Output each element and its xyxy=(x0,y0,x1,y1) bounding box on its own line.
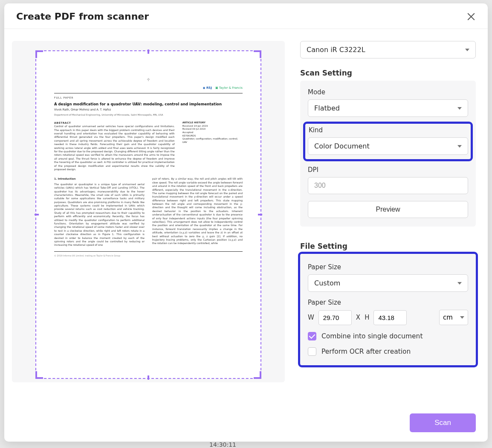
papersize-select-value: Custom xyxy=(314,279,340,287)
mode-label: Mode xyxy=(308,88,468,96)
scan-setting-panel: Mode Flatbed Kind Color Document DPI xyxy=(300,81,476,227)
combine-row: Combine into single document xyxy=(308,332,468,340)
crop-tick-top[interactable] xyxy=(148,49,149,54)
file-setting-heading: File Setting xyxy=(300,242,476,250)
society-logo-icon: ◉ RSJ xyxy=(203,86,212,90)
ocr-row: Perform OCR after creation xyxy=(308,347,468,356)
ocr-checkbox[interactable] xyxy=(308,347,316,356)
kind-group: Kind Color Document xyxy=(305,124,471,159)
doc-col2: pair of rotors. By a similar way, the ro… xyxy=(152,177,243,247)
dpi-group: DPI xyxy=(308,166,468,194)
preview-button[interactable]: Preview xyxy=(308,201,468,218)
file-setting-panel: Paper Size Custom Paper Size W X H xyxy=(300,254,476,365)
crop-frame[interactable]: ♱ ◉ RSJ ▣ Taylor & Francis FULL PAPER A … xyxy=(35,50,261,379)
doc-journal: FULL PAPER xyxy=(54,96,243,99)
create-pdf-dialog: Create PDF from scanner ♱ ◉ RSJ ▣ Taylor… xyxy=(4,3,488,442)
papersize-select[interactable]: Custom xyxy=(308,274,468,292)
kind-label: Kind xyxy=(309,126,468,134)
dialog-footer: Scan xyxy=(4,413,488,442)
abstract-heading: ABSTRACT xyxy=(54,121,175,125)
close-icon[interactable] xyxy=(466,12,476,21)
unit-select-value: cm xyxy=(443,314,453,321)
section-heading: 1. Introduction xyxy=(54,177,145,180)
publisher-mark-icon: ▣ Taylor & Francis xyxy=(215,86,243,90)
width-input[interactable] xyxy=(318,310,352,325)
doc-authors: Vivek Rath, Omar Mehrez and A. T. Hafez xyxy=(54,108,243,112)
dpi-label: DPI xyxy=(308,166,468,174)
crop-handle-br[interactable] xyxy=(254,371,261,379)
crop-tick-bottom[interactable] xyxy=(148,375,149,380)
unit-select[interactable]: cm xyxy=(439,310,468,325)
kind-select-value: Color Document xyxy=(314,142,370,150)
chevron-down-icon xyxy=(457,145,462,148)
mode-select[interactable]: Flatbed xyxy=(308,99,468,117)
scan-setting-heading: Scan Setting xyxy=(300,69,476,77)
article-history: Received 14 Jan 2019 Revised 09 Jul 2019… xyxy=(182,125,243,144)
dialog-title: Create PDF from scanner xyxy=(16,11,149,22)
doc-affiliation: Department of Mechanical Engineering, Un… xyxy=(54,113,243,117)
x-label: X xyxy=(356,314,360,321)
article-history-heading: ARTICLE HISTORY xyxy=(182,121,243,125)
background-timestamp: 14:30:11 xyxy=(209,441,236,448)
height-input[interactable] xyxy=(373,310,407,325)
crop-handle-tl[interactable] xyxy=(35,50,43,58)
scanned-document-preview: ♱ ◉ RSJ ▣ Taylor & Francis FULL PAPER A … xyxy=(41,60,255,274)
scanner-select-value: Canon iR C3222L xyxy=(307,46,365,54)
dialog-body: ♱ ◉ RSJ ▣ Taylor & Francis FULL PAPER A … xyxy=(4,29,488,413)
crop-handle-bl[interactable] xyxy=(35,371,43,379)
publisher-logo-icon: ♱ xyxy=(54,77,243,83)
height-label: H xyxy=(365,314,369,321)
papersize-label: Paper Size xyxy=(308,263,468,271)
combine-checkbox[interactable] xyxy=(308,332,316,340)
doc-title: A design modification for a quadrotor UA… xyxy=(54,102,243,107)
chevron-down-icon xyxy=(460,316,464,319)
dpi-input[interactable] xyxy=(308,177,468,194)
papersize-dim-label: Paper Size xyxy=(308,299,468,306)
scan-preview-pane: ♱ ◉ RSJ ▣ Taylor & Francis FULL PAPER A … xyxy=(12,41,285,382)
combine-label: Combine into single document xyxy=(321,332,423,340)
papersize-dim-group: Paper Size W X H cm xyxy=(308,299,468,325)
scanner-select[interactable]: Canon iR C3222L xyxy=(300,41,476,58)
mode-group: Mode Flatbed xyxy=(308,88,468,117)
chevron-down-icon xyxy=(457,282,462,285)
crop-tick-right[interactable] xyxy=(258,214,262,215)
controls-column: Canon iR C3222L Scan Setting Mode Flatbe… xyxy=(285,41,476,407)
dialog-titlebar: Create PDF from scanner xyxy=(4,3,488,29)
mode-select-value: Flatbed xyxy=(314,104,340,112)
crop-handle-tr[interactable] xyxy=(254,50,261,58)
doc-footnote: © 2019 Informa UK Limited, trading as Ta… xyxy=(54,254,243,257)
ocr-label: Perform OCR after creation xyxy=(321,348,411,355)
doc-abstract: Control of quadrotor unmanned aerial veh… xyxy=(54,125,175,171)
papersize-select-group: Paper Size Custom xyxy=(308,263,468,292)
doc-col1: The quadrotor or quadcopter is a unique … xyxy=(54,183,145,247)
scan-button[interactable]: Scan xyxy=(410,413,476,432)
chevron-down-icon xyxy=(457,107,462,110)
crop-tick-left[interactable] xyxy=(35,214,39,215)
kind-select[interactable]: Color Document xyxy=(308,137,468,155)
chevron-down-icon xyxy=(465,49,469,51)
width-label: W xyxy=(308,314,314,321)
